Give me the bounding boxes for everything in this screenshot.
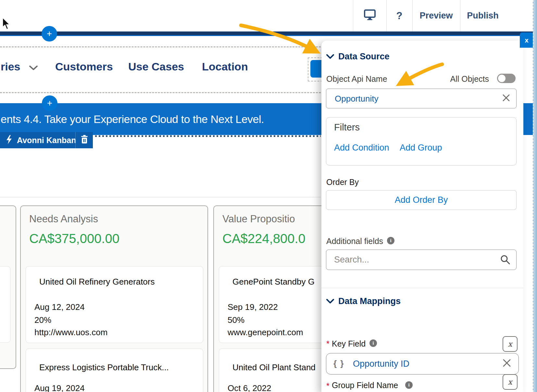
order-by-label: Order By — [326, 178, 359, 187]
publish-button[interactable]: Publish — [460, 0, 506, 31]
banner-text: ents 4.4. Take your Experience Cloud to … — [1, 113, 264, 126]
builder-right-rail — [533, 0, 537, 392]
column-amount: CA$224,800.0 — [222, 231, 306, 246]
kanban-card[interactable]: Express Logistics Portable Truck... Aug … — [26, 349, 203, 392]
card-percent: 20% — [34, 315, 51, 325]
panel-divider — [321, 288, 523, 288]
key-field-input[interactable]: { } Opportunity ID — [326, 353, 519, 374]
close-icon: x — [525, 36, 529, 44]
card-title: United Oil Plant Stand — [232, 362, 316, 373]
component-label: Avonni Kanban — [0, 132, 75, 148]
delete-component-button[interactable] — [76, 132, 93, 148]
component-toolbar: Avonni Kanban — [0, 132, 93, 148]
nav-item-truncated[interactable]: ries — [1, 60, 20, 73]
all-objects-toggle[interactable] — [497, 74, 516, 83]
panel-close-button[interactable]: x — [520, 32, 533, 48]
key-field-label: Key Field — [332, 339, 366, 349]
component-selection-border — [0, 92, 321, 93]
column-title: Needs Analysis — [29, 213, 98, 225]
merge-field-icon: { } — [333, 359, 344, 369]
nav-item-use-cases[interactable]: Use Cases — [128, 60, 184, 73]
nav-item-customers[interactable]: Customers — [55, 60, 113, 73]
builder-toolbar: ? Preview Publish — [0, 0, 533, 31]
info-icon[interactable]: i — [369, 339, 377, 347]
filters-fieldset: Filters Add Condition Add Group — [326, 117, 517, 165]
properties-panel: Data Source Object Api Name All Objects … — [321, 41, 523, 392]
card-percent: 50% — [228, 315, 244, 325]
object-api-name-input[interactable]: Opportunity — [326, 89, 517, 108]
additional-fields-search[interactable] — [326, 250, 517, 270]
key-field-expression-button[interactable]: x — [503, 336, 518, 352]
kanban-card[interactable] — [0, 266, 10, 343]
card-date: Sep 19, 2022 — [228, 302, 278, 312]
required-marker: * — [326, 339, 330, 349]
chevron-down-icon — [326, 52, 334, 62]
clear-icon[interactable] — [502, 93, 510, 104]
add-group-link[interactable]: Add Group — [400, 143, 442, 153]
card-url: http://www.uos.com — [34, 327, 107, 337]
chevron-down-icon — [326, 296, 334, 306]
nav-item-location[interactable]: Location — [202, 60, 248, 73]
component-selection-dotted-border — [95, 135, 321, 137]
card-date: Aug 12, 2024 — [34, 302, 85, 312]
group-field-name-label: Group Field Name — [332, 381, 398, 390]
clear-icon[interactable] — [502, 359, 511, 369]
kanban-column-needs-analysis: Needs Analysis CA$375,000.00 United Oil … — [20, 205, 208, 392]
all-objects-label: All Objects — [450, 74, 489, 84]
help-button[interactable]: ? — [386, 0, 412, 31]
lightning-bolt-icon — [6, 135, 12, 145]
help-icon: ? — [396, 10, 403, 22]
column-amount: CA$375,000.00 — [29, 231, 119, 246]
trash-icon — [81, 135, 88, 145]
builder-top-bar-accent — [0, 35, 533, 36]
chevron-down-icon[interactable] — [29, 65, 38, 72]
add-component-button[interactable]: + — [42, 95, 57, 111]
device-preview-button[interactable] — [353, 0, 386, 31]
component-selection-border — [0, 46, 321, 47]
info-icon[interactable]: i — [405, 381, 413, 389]
card-title: GenePoint Standby G — [232, 277, 315, 287]
info-icon[interactable]: i — [387, 237, 394, 244]
card-url: www.genepoint.com — [228, 327, 303, 337]
data-mappings-section-header[interactable]: Data Mappings — [326, 296, 401, 306]
search-icon — [500, 254, 510, 266]
card-title: Express Logistics Portable Truck... — [39, 362, 169, 373]
preview-button[interactable]: Preview — [412, 0, 460, 31]
additional-fields-label: Additional fields — [326, 237, 383, 246]
card-date: Oct 6, 2022 — [228, 383, 271, 392]
filters-title: Filters — [334, 122, 360, 133]
kanban-column-partial — [0, 205, 16, 369]
group-field-expression-button[interactable]: x — [503, 374, 518, 390]
card-title: United Oil Refinery Generators — [39, 277, 155, 287]
data-source-section-header[interactable]: Data Source — [326, 52, 390, 62]
object-api-name-label: Object Api Name — [326, 74, 387, 84]
column-title: Value Propositio — [222, 213, 295, 225]
builder-top-bar — [0, 31, 533, 35]
monitor-icon — [364, 9, 376, 22]
required-marker: * — [326, 381, 330, 391]
add-section-button[interactable]: + — [42, 26, 57, 42]
card-date: Aug 19, 2024 — [34, 383, 85, 392]
add-condition-link[interactable]: Add Condition — [334, 143, 389, 153]
add-order-by-button[interactable]: Add Order By — [326, 190, 517, 210]
section-divider — [0, 197, 321, 197]
search-input[interactable] — [326, 250, 516, 270]
kanban-card[interactable]: United Oil Refinery Generators Aug 12, 2… — [26, 266, 203, 343]
toggle-knob — [498, 75, 506, 82]
